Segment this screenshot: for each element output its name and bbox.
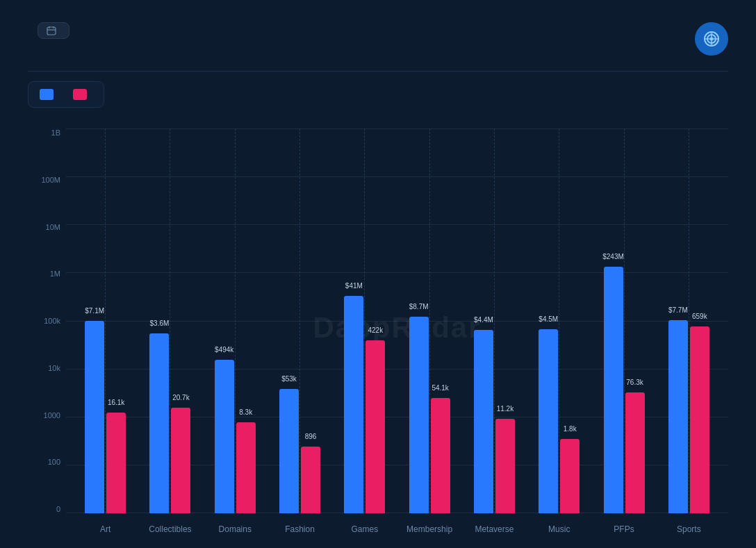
bar-group-collectibles: $3.6M20.7k	[149, 333, 190, 513]
bar-group-sports: $7.7M659k	[668, 320, 709, 513]
sales-label-metaverse: 11.2k	[497, 405, 513, 413]
volume-bar-membership: $8.7M	[409, 317, 429, 513]
volume-bar-pfps: $243M	[604, 267, 623, 513]
volume-bar-metaverse: $4.4M	[474, 330, 493, 513]
legend-sales	[73, 89, 92, 100]
legend	[28, 81, 104, 108]
y-label-0: 0	[28, 505, 66, 513]
volume-bar-collectibles: $3.6M	[149, 333, 169, 513]
x-label-music: Music	[535, 524, 584, 534]
y-label-100: 100	[28, 458, 66, 466]
volume-bar-domains: $494k	[215, 360, 234, 513]
x-label-art: Art	[81, 524, 130, 534]
sales-bar-metaverse: 11.2k	[495, 419, 515, 513]
y-axis: 0 100 1000 10k 100k 1M 10M 100M 1B	[28, 122, 66, 534]
volume-bar-music: $4.5M	[539, 329, 558, 513]
bar-group-metaverse: $4.4M11.2k	[474, 330, 515, 513]
chart-area: 0 100 1000 10k 100k 1M 10M 100M 1B	[28, 122, 728, 534]
sales-label-domains: 8.3k	[239, 408, 252, 416]
volume-color-swatch	[40, 89, 54, 100]
sales-bar-games: 422k	[365, 340, 385, 513]
bars-row-fashion: $53k896	[279, 389, 320, 513]
y-label-1m: 1M	[28, 269, 66, 278]
volume-label-metaverse: $4.4M	[474, 316, 493, 324]
y-label-1k: 1000	[28, 411, 66, 420]
volume-label-music: $4.5M	[539, 315, 558, 323]
bar-group-games: $41M422k	[344, 296, 385, 513]
bars-row-sports: $7.7M659k	[668, 320, 709, 513]
x-label-metaverse: Metaverse	[470, 524, 518, 534]
sales-bar-sports: 659k	[690, 326, 709, 513]
sales-label-art: 16.1k	[108, 399, 124, 406]
bar-group-music: $4.5M1.8k	[539, 329, 580, 513]
volume-label-games: $41M	[345, 282, 363, 290]
legend-volume	[40, 89, 59, 100]
y-label-1b: 1B	[28, 128, 66, 137]
sales-bar-collectibles: 20.7k	[171, 408, 190, 513]
bars-row-domains: $494k8.3k	[215, 360, 256, 513]
bars-row-art: $7.1M16.1k	[85, 321, 126, 513]
sales-label-membership: 54.1k	[432, 384, 448, 392]
x-label-domains: Domains	[211, 524, 259, 534]
bars-row-music: $4.5M1.8k	[539, 329, 580, 513]
sales-bar-domains: 8.3k	[236, 422, 256, 513]
x-labels: ArtCollectiblesDomainsFashionGamesMember…	[66, 524, 728, 534]
sales-label-games: 422k	[368, 326, 383, 334]
x-label-membership: Membership	[405, 524, 454, 534]
volume-bar-sports: $7.7M	[668, 320, 688, 513]
bar-group-membership: $8.7M54.1k	[409, 317, 450, 513]
volume-label-sports: $7.7M	[668, 306, 688, 314]
divider	[28, 71, 728, 72]
bar-group-art: $7.1M16.1k	[85, 321, 126, 513]
bar-group-domains: $494k8.3k	[215, 360, 256, 513]
x-label-pfps: PFPs	[600, 524, 648, 534]
y-label-10k: 10k	[28, 364, 66, 372]
sales-label-fashion: 896	[305, 433, 317, 440]
x-label-collectibles: Collectibles	[146, 524, 195, 534]
x-label-fashion: Fashion	[276, 524, 324, 534]
x-label-sports: Sports	[664, 524, 713, 534]
volume-bar-fashion: $53k	[279, 389, 299, 513]
bars-row-collectibles: $3.6M20.7k	[149, 333, 190, 513]
logo-icon	[695, 22, 728, 56]
sales-label-collectibles: 20.7k	[172, 394, 189, 401]
volume-label-fashion: $53k	[281, 375, 297, 383]
calendar-icon	[47, 26, 56, 35]
sales-bar-music: 1.8k	[560, 439, 580, 513]
volume-label-art: $7.1M	[85, 307, 104, 315]
sales-bar-art: 16.1k	[106, 413, 126, 513]
volume-label-collectibles: $3.6M	[150, 319, 170, 327]
x-label-games: Games	[340, 524, 389, 534]
date-badge	[38, 22, 69, 39]
svg-rect-0	[47, 27, 56, 35]
y-label-100m: 100M	[28, 176, 66, 184]
volume-bar-art: $7.1M	[85, 321, 104, 513]
volume-label-membership: $8.7M	[409, 303, 429, 310]
chart-plot: DappRadar $7.1M16.1k$3.6M20.7k$494k8.3k$…	[66, 122, 728, 534]
bars-row-pfps: $243M76.3k	[604, 267, 645, 513]
bars-row-metaverse: $4.4M11.2k	[474, 330, 515, 513]
bars-container: $7.1M16.1k$3.6M20.7k$494k8.3k$53k896$41M…	[66, 128, 728, 513]
y-label-100k: 100k	[28, 317, 66, 325]
sales-bar-membership: 54.1k	[431, 398, 450, 513]
sales-bar-fashion: 896	[301, 447, 320, 513]
bars-row-membership: $8.7M54.1k	[409, 317, 450, 513]
bars-row-games: $41M422k	[344, 296, 385, 513]
sales-bar-pfps: 76.3k	[625, 392, 645, 513]
sales-label-pfps: 76.3k	[626, 379, 643, 386]
sales-color-swatch	[73, 89, 87, 100]
sales-label-music: 1.8k	[564, 425, 577, 433]
volume-label-domains: $494k	[215, 346, 233, 354]
volume-bar-games: $41M	[344, 296, 363, 513]
bar-group-fashion: $53k896	[279, 389, 320, 513]
volume-label-pfps: $243M	[602, 253, 624, 260]
page-header	[28, 22, 728, 56]
y-label-10m: 10M	[28, 223, 66, 231]
sales-label-sports: 659k	[692, 313, 707, 320]
bar-group-pfps: $243M76.3k	[604, 267, 645, 513]
